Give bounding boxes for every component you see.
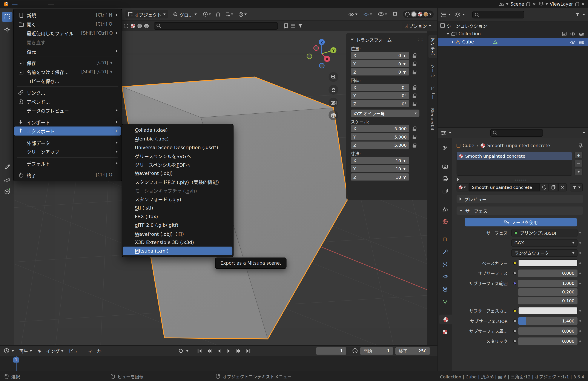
tab-modifiers[interactable] <box>439 247 450 257</box>
material-slot-selected[interactable]: Smooth unpainted concrete <box>457 152 572 160</box>
overlays-toggle[interactable] <box>377 10 389 18</box>
file-menu-item[interactable]: 保存 [Ctrl] S <box>14 58 121 67</box>
slot-filter-button[interactable] <box>570 183 583 191</box>
frame-end-field[interactable]: 終了250 <box>395 347 430 355</box>
snap-dropdown[interactable] <box>224 10 235 18</box>
file-menu-item[interactable]: 最近使用したファイル [Shift] [Ctrl] O <box>14 29 121 38</box>
float-socket-icon[interactable] <box>513 271 516 274</box>
file-menu-item[interactable]: リンク... <box>14 88 121 97</box>
file-menu-item[interactable]: エクスポート <box>14 127 121 135</box>
preview-section-header[interactable]: プレビュー <box>457 195 583 203</box>
export-menu-item[interactable]: glTF 2.0 (.glb/.gltf) <box>123 221 232 229</box>
lock-icon[interactable] <box>413 102 416 106</box>
color-socket-icon[interactable] <box>513 261 516 264</box>
lock-icon[interactable] <box>413 85 416 90</box>
decorator-dot[interactable] <box>577 232 583 233</box>
chevron-down-icon[interactable] <box>186 350 188 352</box>
lock-icon[interactable] <box>413 126 416 131</box>
lock-icon[interactable] <box>413 70 416 74</box>
xray-toggle[interactable] <box>392 10 400 18</box>
number-field[interactable]: Z 0° <box>351 100 409 107</box>
workspace-tab[interactable] <box>84 4 90 4</box>
number-field[interactable]: X 0° <box>351 84 409 91</box>
tool-add-cube[interactable] <box>2 187 12 197</box>
jump-to-end-button[interactable] <box>244 347 252 355</box>
menu-keying[interactable]: キーイング <box>37 348 63 354</box>
shading-material-icon[interactable] <box>418 12 422 17</box>
decorator-dot[interactable] <box>577 252 583 254</box>
outliner-row-scene-collection[interactable]: シーンコレクション <box>438 21 588 29</box>
zoom-button[interactable] <box>329 72 338 82</box>
lock-icon[interactable] <box>413 53 416 58</box>
remove-slot-button[interactable] <box>574 160 583 167</box>
pivot-dropdown[interactable] <box>202 10 213 18</box>
chevron-down-icon[interactable] <box>448 14 450 16</box>
clock-icon[interactable] <box>352 348 358 354</box>
browse-material-button[interactable] <box>457 183 468 191</box>
export-menu-item[interactable]: グリースペンシルをSVGへ <box>123 152 232 160</box>
workspace-tab[interactable] <box>62 4 69 4</box>
distribution-dropdown[interactable]: GGX <box>511 239 577 247</box>
file-menu-item[interactable]: 開き直す <box>14 37 121 46</box>
bookmark-icon[interactable] <box>284 23 288 28</box>
unlink-material-button[interactable] <box>558 183 567 191</box>
decorator-dot[interactable] <box>577 330 583 332</box>
disclosure-icon[interactable] <box>446 33 450 35</box>
workspace-tab[interactable] <box>69 4 76 4</box>
export-menu-item[interactable]: モーションキャプチャ (.bvh) <box>123 186 232 195</box>
slot-specials-button[interactable] <box>574 168 583 175</box>
blender-logo-icon[interactable] <box>3 1 9 7</box>
menu-view[interactable]: ビュー <box>69 348 82 354</box>
number-field[interactable]: X 5.000 <box>351 125 409 132</box>
filter-funnel-icon[interactable] <box>298 23 303 28</box>
float-socket-icon[interactable] <box>513 329 516 332</box>
material-slot-list[interactable]: Smooth unpainted concrete <box>457 152 572 176</box>
tab-constraints[interactable] <box>439 284 450 294</box>
file-menu-item[interactable]: クリーンアップ <box>14 147 121 156</box>
file-menu-item[interactable]: 復元 <box>14 46 121 55</box>
file-menu-item[interactable]: コピーを保存... <box>14 76 121 85</box>
tool-annotate[interactable] <box>2 161 12 171</box>
subsurface-radius-x-field[interactable]: 1.000 <box>518 279 577 287</box>
sidebar-tab[interactable]: ツール <box>428 61 437 80</box>
blenderkit-hdr-icon[interactable] <box>144 23 149 28</box>
sidebar-tab[interactable]: ビュー <box>428 83 437 102</box>
lock-icon[interactable] <box>413 143 416 147</box>
export-menu-item[interactable]: スタンフォードPLY (.ply)（実験的機能） <box>123 178 232 186</box>
chevron-down-icon[interactable] <box>583 14 585 16</box>
new-material-button[interactable] <box>549 183 558 191</box>
outliner-row-cube[interactable]: Cube <box>438 38 588 46</box>
fake-user-button[interactable] <box>540 183 548 191</box>
subsurface-field[interactable]: 0.000 <box>518 269 577 277</box>
hide-eye-icon[interactable] <box>570 40 576 44</box>
outliner-search-input[interactable] <box>472 11 524 19</box>
tab-object[interactable] <box>439 235 450 244</box>
file-menu-item[interactable]: 名前をつけて保存... [Shift] [Ctrl] S <box>14 67 121 76</box>
tab-material[interactable] <box>439 314 452 324</box>
blenderkit-scene-icon[interactable] <box>137 23 142 28</box>
decorator-dot[interactable] <box>577 282 583 284</box>
gizmos-toggle[interactable] <box>362 10 374 18</box>
number-field[interactable]: X 10 m <box>351 157 409 164</box>
export-menu-item[interactable]: スタンフォード (.ply) <box>123 195 232 203</box>
outliner-editor-icon[interactable] <box>441 12 446 17</box>
export-menu-item[interactable]: Universal Scene Description (.usd*) <box>123 143 232 152</box>
tab-render[interactable] <box>439 161 450 171</box>
vector-socket-icon[interactable] <box>513 282 516 285</box>
current-frame-field[interactable]: 1 <box>316 347 346 355</box>
timeline-ruler[interactable]: 1 <box>0 356 438 371</box>
metallic-field[interactable]: 0.000 <box>518 337 577 345</box>
display-mode-icon[interactable] <box>455 12 460 17</box>
close-icon[interactable] <box>532 2 536 6</box>
tab-texture[interactable] <box>439 327 450 337</box>
close-icon[interactable] <box>581 2 585 6</box>
pin-icon[interactable] <box>579 143 583 148</box>
tab-tool[interactable] <box>439 143 450 153</box>
number-field[interactable]: Z 5.000 <box>351 142 409 149</box>
menubar-item[interactable] <box>31 4 37 4</box>
copy-icon[interactable] <box>575 2 579 6</box>
file-menu-item[interactable]: 新規 [Ctrl] N <box>14 11 121 20</box>
transform-panel-header[interactable]: トランスフォーム <box>351 35 423 44</box>
float-socket-icon[interactable] <box>513 319 516 322</box>
export-menu-item[interactable]: FBX (.fbx) <box>123 212 232 221</box>
